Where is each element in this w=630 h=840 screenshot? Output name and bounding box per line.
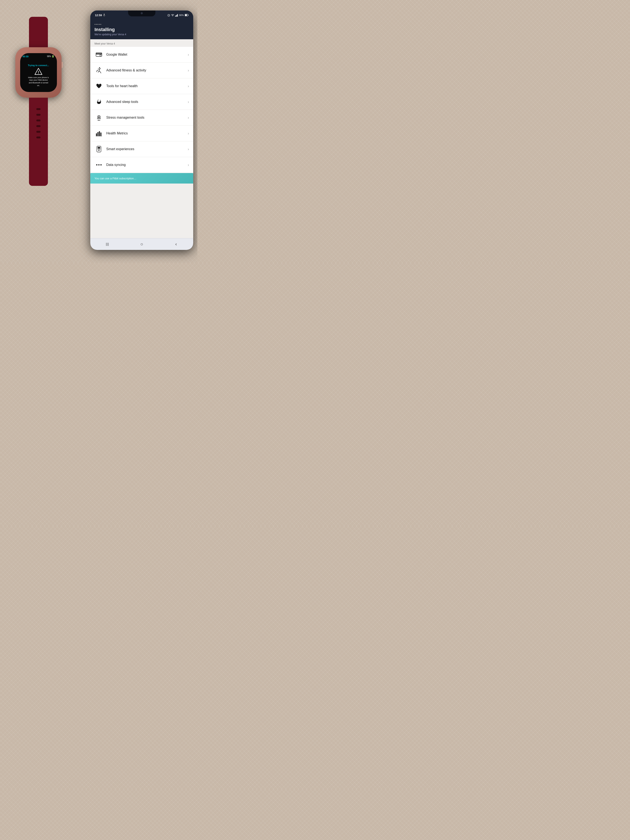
watch-battery: 98% 🔋 (47, 55, 54, 58)
teal-peek-button[interactable]: You can use a Fitbit subscription… (90, 173, 193, 183)
chevron-icon: › (188, 68, 189, 73)
chevron-icon: › (188, 84, 189, 88)
svg-point-30 (98, 150, 99, 151)
svg-rect-12 (185, 14, 187, 16)
phone: 12:59 (90, 11, 193, 250)
menu-item-advanced-fitness[interactable]: Advanced fitness & activity › (90, 63, 193, 78)
sleep-icon: z (95, 98, 103, 106)
wallet-icon (95, 50, 103, 59)
header-dots: ••••• (95, 23, 189, 26)
menu-item-health-metrics[interactable]: Health Metrics › (90, 126, 193, 141)
watch-screen: 00:59 98% 🔋 Trying to connect... ! Make … (20, 53, 57, 92)
menu-list: Google Wallet › Advanced fitness & activ… (90, 47, 193, 173)
section-label: Meet your Versa 4 (90, 39, 193, 47)
menu-item-sleep-tools[interactable]: z Advanced sleep tools › (90, 94, 193, 110)
nav-bar: ||| ○ ‹ (90, 238, 193, 250)
svg-point-32 (96, 164, 98, 166)
svg-rect-23 (96, 133, 97, 136)
heart-health-label: Tools for heart health (106, 84, 188, 88)
health-metrics-label: Health Metrics (106, 131, 188, 135)
stress-icon (95, 113, 103, 122)
svg-rect-10 (177, 14, 178, 17)
chevron-icon: › (188, 131, 189, 136)
header-subtitle: We're updating your Versa 4 (95, 33, 189, 36)
wifi-icon (171, 14, 174, 17)
battery-level: 66% (179, 14, 184, 16)
sleep-tools-label: Advanced sleep tools (106, 100, 188, 104)
header-title: Installing (95, 27, 189, 32)
svg-rect-8 (176, 15, 177, 17)
google-wallet-label: Google Wallet (106, 53, 188, 57)
watch-band-bottom (29, 98, 48, 186)
menu-item-smart-experiences[interactable]: Smart experiences › (90, 141, 193, 157)
alarm-icon (167, 14, 170, 17)
svg-rect-7 (175, 16, 176, 17)
status-time: 12:59 (95, 14, 105, 17)
watch-connecting-text: Trying to connect... (28, 64, 49, 66)
data-syncing-label: Data syncing (106, 163, 188, 167)
svg-point-33 (98, 164, 99, 166)
watch-band-top (29, 17, 48, 47)
watch-time: 00:59 (23, 55, 28, 58)
advanced-fitness-label: Advanced fitness & activity (106, 68, 188, 72)
chevron-icon: › (188, 147, 189, 152)
smart-icon (95, 145, 103, 153)
watch: 00:59 98% 🔋 Trying to connect... ! Make … (6, 17, 71, 206)
nav-home-btn[interactable]: ○ (136, 240, 148, 248)
svg-point-20 (98, 116, 99, 118)
svg-point-17 (99, 68, 100, 68)
menu-item-google-wallet[interactable]: Google Wallet › (90, 47, 193, 63)
signal-icon (175, 14, 178, 17)
run-icon (95, 66, 103, 75)
chevron-icon: › (188, 163, 189, 167)
teal-button-text: You can use a Fitbit subscription… (95, 177, 136, 180)
chevron-icon: › (188, 52, 189, 57)
mic-icon (103, 14, 105, 17)
app-header: ••••• Installing We're updating your Ver… (90, 20, 193, 39)
nav-back-btn[interactable]: ||| (101, 240, 114, 248)
watch-body: 00:59 98% 🔋 Trying to connect... ! Make … (15, 47, 62, 98)
smart-experiences-label: Smart experiences (106, 147, 188, 151)
nav-recent-btn[interactable]: ‹ (170, 240, 182, 248)
svg-rect-29 (98, 147, 100, 149)
menu-item-data-syncing[interactable]: Data syncing › (90, 157, 193, 173)
svg-point-34 (100, 164, 102, 166)
chevron-icon: › (188, 100, 189, 104)
metrics-icon (95, 129, 103, 138)
battery-icon (185, 14, 189, 16)
svg-rect-26 (100, 133, 101, 136)
svg-text:z: z (100, 99, 101, 101)
warning-icon: ! (35, 68, 43, 75)
status-icons: 66% (167, 14, 189, 17)
svg-rect-25 (99, 131, 100, 136)
phone-notch (128, 11, 155, 16)
chevron-icon: › (188, 115, 189, 120)
menu-item-heart-health[interactable]: Tools for heart health › (90, 78, 193, 94)
watch-message: Make sure your phone isnear your Fitbit … (28, 76, 49, 87)
data-sync-icon (95, 160, 103, 169)
phone-content: Meet your Versa 4 Google Wallet › (90, 39, 193, 242)
svg-rect-2 (104, 14, 104, 15)
camera (141, 12, 143, 14)
heart-icon (95, 82, 103, 90)
svg-point-16 (100, 55, 101, 56)
svg-rect-13 (188, 15, 189, 16)
svg-text:!: ! (38, 70, 39, 74)
stress-tools-label: Stress management tools (106, 116, 188, 120)
svg-rect-24 (98, 132, 98, 136)
svg-rect-15 (96, 53, 102, 54)
svg-rect-9 (177, 15, 177, 17)
menu-item-stress-tools[interactable]: Stress management tools › (90, 110, 193, 126)
